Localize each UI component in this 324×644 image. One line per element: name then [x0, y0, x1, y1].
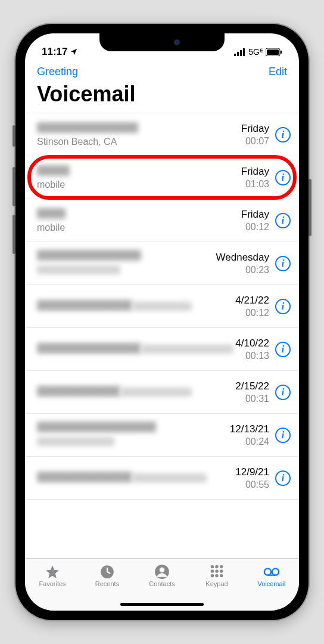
info-icon[interactable]: i [275, 470, 291, 486]
voicemail-caller [37, 165, 70, 176]
network-label: 5Gᴱ [248, 47, 263, 57]
svg-point-10 [211, 565, 214, 568]
voicemail-caller [37, 250, 141, 261]
voicemail-duration: 00:13 [235, 351, 269, 361]
location-icon [70, 48, 78, 56]
tab-voicemail[interactable]: Voicemail [244, 564, 299, 611]
voicemail-duration: 00:12 [241, 222, 269, 233]
voicemail-caller [37, 208, 66, 219]
svg-point-19 [264, 568, 271, 575]
voicemail-date: 4/10/22 [235, 338, 269, 349]
voicemail-caller [37, 343, 141, 354]
voicemail-row[interactable]: 4/21/2200:12i [25, 285, 299, 328]
voicemail-row[interactable]: Stinson Beach, CAFriday00:07i [25, 113, 299, 156]
info-icon[interactable]: i [275, 342, 291, 357]
info-icon[interactable]: i [275, 428, 291, 443]
voicemail-duration: 00:07 [241, 136, 269, 147]
voicemail-date: Friday [241, 209, 269, 221]
svg-point-13 [211, 569, 214, 572]
voicemail-sublabel [141, 345, 233, 354]
svg-rect-5 [267, 49, 279, 55]
voicemail-duration: 00:24 [230, 436, 269, 447]
info-icon[interactable]: i [275, 256, 291, 271]
clock-icon [99, 564, 116, 580]
tab-favorites[interactable]: Favorites [25, 564, 80, 611]
status-right: 5Gᴱ [234, 47, 282, 57]
info-icon[interactable]: i [275, 299, 291, 314]
voicemail-caller [37, 122, 138, 133]
star-icon [44, 564, 61, 580]
tab-label: Recents [95, 580, 119, 587]
svg-point-12 [220, 565, 223, 568]
voicemail-row[interactable]: 2/15/2200:31i [25, 371, 299, 414]
voicemail-date: 4/21/22 [235, 295, 269, 306]
voicemail-duration: 01:03 [241, 179, 269, 190]
keypad-icon [208, 564, 225, 580]
page-title: Voicemail [25, 79, 299, 113]
voicemail-duration: 00:55 [235, 479, 269, 490]
voicemail-row[interactable]: mobileFriday00:12i [25, 199, 299, 242]
edit-button[interactable]: Edit [269, 66, 287, 78]
voicemail-row[interactable]: 12/9/2100:55i [25, 457, 299, 500]
voicemail-caller [37, 386, 120, 397]
svg-point-14 [215, 569, 218, 572]
svg-point-16 [211, 574, 214, 577]
tab-label: Keypad [205, 580, 228, 587]
svg-point-17 [215, 574, 218, 577]
svg-point-18 [220, 574, 223, 577]
tab-label: Favorites [39, 580, 66, 587]
voicemail-date: Friday [241, 123, 269, 135]
voicemail-sublabel [120, 388, 192, 397]
voicemail-caller [37, 472, 132, 482]
svg-rect-2 [240, 50, 242, 56]
voicemail-sublabel [37, 437, 114, 446]
svg-point-20 [272, 568, 279, 575]
voicemail-date: Wednesday [216, 252, 269, 264]
voicemail-duration: 00:31 [235, 394, 269, 404]
voicemail-list: Stinson Beach, CAFriday00:07imobileFrida… [25, 113, 299, 500]
voicemail-date: Friday [241, 166, 269, 178]
svg-point-11 [215, 565, 218, 568]
voicemail-row[interactable]: 12/13/2100:24i [25, 414, 299, 457]
voicemail-sublabel [37, 265, 120, 274]
info-icon[interactable]: i [275, 385, 291, 400]
svg-point-9 [160, 567, 165, 572]
tab-label: Voicemail [257, 580, 285, 587]
voicemail-sublabel [132, 302, 192, 311]
info-icon[interactable]: i [275, 213, 291, 228]
info-icon[interactable]: i [275, 127, 291, 143]
voicemail-sublabel [132, 473, 207, 482]
voicemail-duration: 00:23 [216, 265, 269, 275]
home-indicator[interactable] [120, 603, 204, 606]
voicemail-caller [37, 422, 156, 432]
voicemail-date: 12/13/21 [230, 423, 269, 435]
cellular-icon [234, 48, 246, 56]
voicemail-row[interactable]: Wednesday00:23i [25, 242, 299, 285]
voicemail-row[interactable]: 4/10/2200:13i [25, 328, 299, 371]
svg-rect-6 [281, 51, 282, 54]
voicemail-icon [263, 564, 280, 580]
person-icon [154, 564, 170, 580]
svg-rect-3 [243, 48, 245, 56]
voicemail-sublabel: mobile [37, 179, 241, 190]
svg-rect-1 [237, 52, 239, 56]
voicemail-row[interactable]: mobileFriday01:03i [25, 156, 299, 199]
svg-point-15 [220, 569, 223, 572]
svg-rect-0 [234, 54, 236, 56]
voicemail-date: 2/15/22 [235, 380, 269, 392]
info-icon[interactable]: i [275, 170, 291, 185]
nav-bar: Greeting Edit [25, 62, 299, 79]
battery-icon [266, 48, 282, 56]
greeting-button[interactable]: Greeting [37, 66, 78, 78]
tab-label: Contacts [149, 580, 175, 587]
voicemail-sublabel: Stinson Beach, CA [37, 137, 241, 147]
voicemail-date: 12/9/21 [235, 466, 269, 478]
voicemail-caller [37, 300, 132, 311]
status-time: 11:17 [42, 46, 67, 58]
voicemail-duration: 00:12 [235, 308, 269, 318]
voicemail-sublabel: mobile [37, 222, 241, 233]
